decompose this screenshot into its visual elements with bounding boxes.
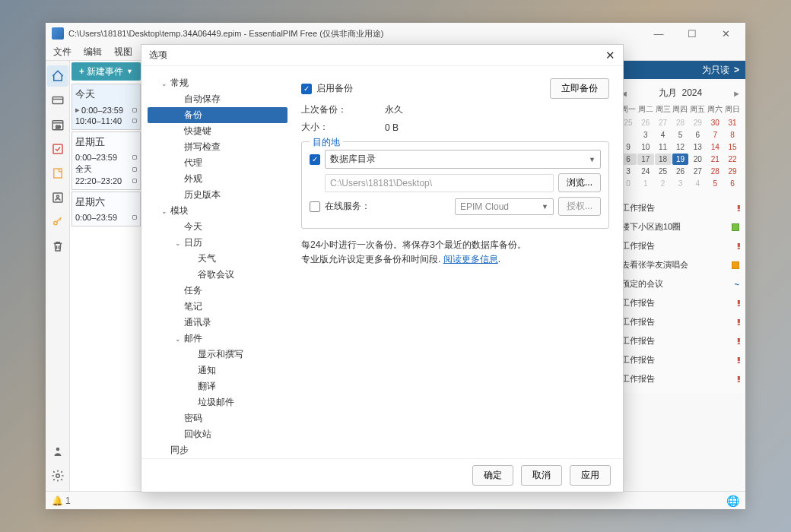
tree-node[interactable]: 今天 — [148, 219, 287, 235]
task-item[interactable]: 楼下小区跑10圈 — [620, 217, 741, 236]
task-item[interactable]: 工作报告!! — [620, 236, 741, 255]
tree-node[interactable]: ⌄日历 — [148, 235, 287, 251]
dest-local-checkbox[interactable] — [310, 154, 320, 165]
tree-node[interactable]: 备份 — [148, 107, 287, 123]
cal-day[interactable]: 24 — [637, 166, 654, 177]
event-checkbox[interactable] — [132, 215, 137, 220]
menu-item[interactable]: 视图 — [108, 44, 138, 60]
cal-day[interactable]: 12 — [672, 141, 689, 153]
task-item[interactable]: 工作报告!! — [620, 331, 741, 350]
trash-icon[interactable] — [47, 236, 68, 257]
event-row[interactable]: ▸0:00–23:59 — [75, 104, 137, 116]
task-item[interactable]: 去看张学友演唱会 — [620, 255, 741, 274]
dest-select[interactable]: 数据库目录▼ — [325, 150, 601, 169]
tree-node[interactable]: 翻译 — [148, 378, 287, 394]
tree-node[interactable]: 同步 — [148, 442, 287, 458]
event-row[interactable]: 22:20–23:20 — [75, 176, 137, 186]
auth-button[interactable]: 授权... — [558, 197, 601, 216]
tree-node[interactable]: 通知 — [148, 363, 287, 378]
cal-day[interactable]: 4 — [689, 178, 706, 189]
tree-node[interactable]: 自动保存 — [148, 91, 287, 107]
tree-node[interactable]: 历史版本 — [148, 187, 287, 203]
cal-day[interactable]: 26 — [637, 117, 654, 128]
cal-day[interactable]: 28 — [672, 117, 689, 128]
enable-backup-checkbox[interactable] — [301, 84, 312, 94]
globe-icon[interactable]: 🌐 — [726, 495, 739, 507]
event-checkbox[interactable] — [132, 108, 137, 112]
online-service-select[interactable]: EPIM Cloud▼ — [455, 198, 554, 215]
cal-day[interactable]: 17 — [637, 154, 654, 165]
bell-icon[interactable]: 🔔 1 — [52, 496, 71, 506]
event-checkbox[interactable] — [132, 167, 137, 172]
tree-node[interactable]: ⌄邮件 — [148, 331, 287, 347]
cal-day[interactable]: 1 — [637, 178, 654, 189]
cal-day[interactable]: 31 — [724, 117, 741, 128]
cal-day[interactable]: 21 — [707, 154, 723, 165]
task-item[interactable]: 预定的会议~ — [620, 274, 741, 293]
tree-node[interactable]: 垃圾邮件 — [148, 394, 287, 410]
tree-node[interactable]: 任务 — [148, 283, 287, 299]
ok-button[interactable]: 确定 — [472, 465, 513, 486]
online-service-checkbox[interactable] — [310, 201, 320, 212]
cal-day[interactable]: 8 — [724, 129, 741, 141]
tree-node[interactable]: 笔记 — [148, 299, 287, 315]
cal-day[interactable]: 10 — [637, 141, 654, 153]
cal-day[interactable]: 26 — [672, 166, 689, 177]
cal-day[interactable]: 3 — [672, 178, 689, 189]
cal-day[interactable]: 5 — [672, 129, 689, 141]
key-icon[interactable] — [47, 211, 68, 233]
cal-day[interactable]: 29 — [689, 117, 706, 128]
task-item[interactable]: 工作报告!! — [620, 293, 741, 312]
event-checkbox[interactable] — [132, 155, 137, 160]
tree-node[interactable]: 密码 — [148, 410, 287, 426]
cal-day[interactable]: 18 — [655, 154, 672, 165]
tree-node[interactable]: 谷歌会议 — [148, 267, 287, 283]
cal-day[interactable]: 13 — [689, 141, 706, 153]
menu-item[interactable]: 文件 — [47, 44, 78, 60]
menu-item[interactable]: 编辑 — [78, 44, 108, 60]
contacts-icon[interactable] — [47, 187, 68, 208]
maximize-button[interactable]: ☐ — [678, 24, 706, 43]
cal-day[interactable]: 28 — [707, 166, 723, 177]
cancel-button[interactable]: 取消 — [521, 465, 562, 486]
task-item[interactable]: 工作报告!! — [620, 369, 741, 388]
cal-day[interactable]: 30 — [707, 117, 723, 128]
home-icon[interactable] — [47, 65, 68, 87]
tree-node[interactable]: 通讯录 — [148, 315, 287, 331]
cal-day[interactable]: 19 — [672, 154, 689, 165]
event-row[interactable]: 0:00–23:59 — [75, 152, 137, 163]
card-icon[interactable] — [47, 90, 68, 111]
minimize-button[interactable]: — — [645, 24, 672, 43]
event-row[interactable]: 0:00–23:59 — [75, 212, 137, 223]
tree-node[interactable]: 天气 — [148, 251, 287, 267]
cal-day[interactable]: 7 — [707, 129, 723, 141]
event-row[interactable]: 10:40–11:40 — [75, 116, 137, 126]
cal-day[interactable]: 27 — [689, 166, 706, 177]
tree-node[interactable]: 代理 — [148, 155, 287, 171]
task-item[interactable]: 工作报告!! — [620, 350, 741, 369]
tree-node[interactable]: 显示和撰写 — [148, 347, 287, 363]
task-item[interactable]: 工作报告!! — [620, 312, 741, 331]
note-icon[interactable] — [47, 163, 68, 184]
backup-now-button[interactable]: 立即备份 — [550, 78, 609, 99]
tree-node[interactable]: 回收站 — [148, 426, 287, 442]
cal-day[interactable]: 25 — [655, 166, 672, 177]
cal-day[interactable]: 5 — [707, 178, 723, 189]
cal-day[interactable]: 20 — [689, 154, 706, 165]
cal-day[interactable]: 15 — [724, 141, 741, 153]
gear-icon[interactable] — [47, 465, 68, 486]
cal-day[interactable]: 22 — [724, 154, 741, 165]
dialog-close-icon[interactable]: ✕ — [605, 49, 615, 62]
tree-node[interactable]: 快捷键 — [148, 123, 287, 139]
cal-day[interactable]: 3 — [637, 129, 654, 141]
new-event-button[interactable]: +新建事件▼ — [71, 62, 141, 81]
cal-day[interactable]: 6 — [689, 129, 706, 141]
close-button[interactable]: ✕ — [712, 24, 739, 43]
cal-day[interactable]: 27 — [655, 117, 672, 128]
cal-day[interactable]: 11 — [655, 141, 672, 153]
dest-path-input[interactable]: C:\Users\18181\Desktop\ — [325, 174, 554, 192]
event-checkbox[interactable] — [132, 179, 137, 183]
cal-day[interactable]: 6 — [724, 178, 741, 189]
event-row[interactable]: 全天 — [75, 163, 137, 176]
user-icon[interactable] — [47, 441, 68, 462]
